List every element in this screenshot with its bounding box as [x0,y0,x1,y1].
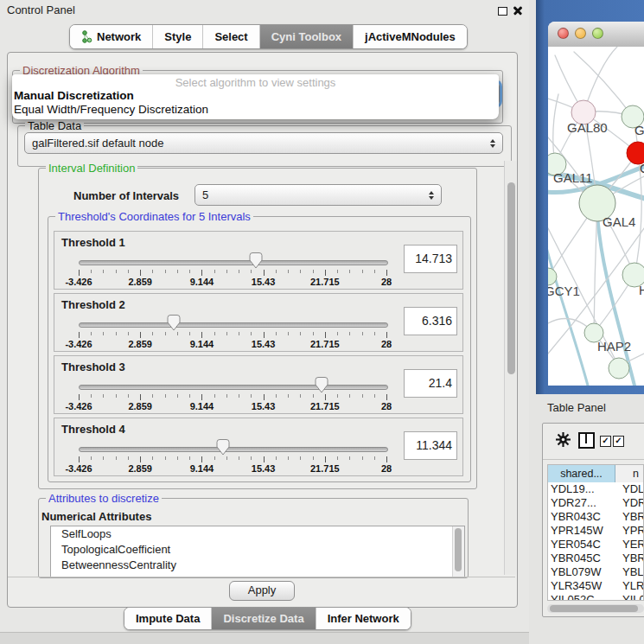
slider-tick-labels: -3.4262.8599.14415.4321.71528 [79,339,386,349]
threshold-panel-1: Threshold 1-3.4262.8599.14415.4321.71528… [54,231,463,290]
cell-name: YBR0 [617,510,643,524]
threshold-panel-2: Threshold 2-3.4262.8599.14415.4321.71528… [54,293,463,352]
column-header-name[interactable]: n [615,465,643,482]
column-header-shared-name[interactable]: shared... [548,465,615,482]
slider-thumb[interactable] [249,252,263,269]
close-traffic-light-icon[interactable] [558,28,569,39]
network-node-8[interactable] [609,358,629,379]
table-horizontal-scrollbar[interactable] [547,604,644,613]
table-row[interactable]: YDR27...YDR2 [548,496,643,510]
threshold-value-field[interactable]: 11.344 [404,431,457,460]
popup-option-manual-discretization[interactable]: Manual Discretization [12,89,499,103]
network-node-label: GAL4 [603,214,635,229]
tab-discretize-data[interactable]: Discretize Data [211,608,315,629]
tab-jactivemnodules[interactable]: jActiveMNodules [353,25,467,48]
apply-button[interactable]: Apply [229,581,295,601]
table-row[interactable]: YBR045CYBR0 [548,552,643,565]
list-item[interactable]: SelfLoops [51,526,464,542]
table-data-combobox[interactable]: galFiltered.sif default node [24,132,503,154]
network-node-label: HAP2 [597,339,631,354]
cell-name: YPR1 [617,524,643,538]
cyni-toolbox-panel: Discretization Algorithm Table Data galF… [7,52,518,608]
checkbox-icon[interactable]: ✓ [600,436,611,447]
panel-scrollbar[interactable] [504,161,516,575]
table-row[interactable]: YDL19...YDL1 [548,482,643,496]
slider-ticks [79,270,386,277]
slider-ticks [79,332,386,339]
number-of-intervals-label: Number of Intervals [73,189,179,202]
threshold-value-field[interactable]: 6.316 [404,307,457,335]
cell-name: YLR3 [617,579,643,593]
cell-shared-name: YDL19... [548,482,617,496]
bottom-tab-bar: Impute DataDiscretize DataInfer Network [124,607,411,630]
popup-hint: Select algorithm to view settings [12,74,499,89]
tab-infer-network[interactable]: Infer Network [316,608,411,629]
threshold-label: Threshold 1 [61,236,125,249]
cell-shared-name: YBL079W [548,565,617,579]
cell-name: YDL1 [617,482,643,496]
network-window-titlebar[interactable] [548,22,644,48]
number-of-intervals-combobox[interactable]: 5 [194,184,442,206]
node-table: shared... n YDL19...YDL1YDR27...YDR2YBR0… [547,464,644,601]
minimize-traffic-light-icon[interactable] [575,28,586,39]
tab-select[interactable]: Select [202,25,258,48]
cell-name: YBR0 [617,552,643,565]
numerical-attributes-label: Numerical Attributes [41,510,151,523]
slider-track[interactable] [79,385,388,390]
gear-icon[interactable] [556,432,571,447]
tab-label: Style [164,30,191,43]
bottom-strip [0,632,536,644]
slider-tick-labels: -3.4262.8599.14415.4321.71528 [79,401,386,411]
network-view-window: GAL80GACGAL11GAL4GCY1HHAP2 [536,0,644,394]
numerical-attributes-list[interactable]: SelfLoopsTopologicalCoefficientBetweenne… [50,526,465,577]
float-window-icon[interactable] [498,7,507,16]
slider-track[interactable] [79,447,388,452]
threshold-value-field[interactable]: 14.713 [404,245,457,273]
close-icon[interactable] [513,5,523,16]
tab-label: Discretize Data [223,612,303,625]
panel-divider [8,577,515,577]
table-row[interactable]: YER054CYER0 [548,538,643,552]
table-panel-title: Table Panel [547,401,606,414]
column-layout-icon[interactable] [578,432,595,449]
table-row[interactable]: YIL052CYIL0 [548,593,643,601]
network-node-label: GCY1 [548,284,580,298]
threshold-list: Threshold 1-3.4262.8599.14415.4321.71528… [54,231,463,480]
slider-thumb[interactable] [167,315,181,331]
cell-name: YER0 [617,538,643,552]
tab-label: Impute Data [136,612,200,625]
list-item[interactable]: BetweennessCentrality [51,558,464,573]
tab-cyni-toolbox[interactable]: Cyni Toolbox [259,25,353,48]
tab-impute-data[interactable]: Impute Data [124,608,211,629]
popup-option-equal-width-frequency[interactable]: Equal Width/Frequency Discretization [12,103,499,117]
table-row[interactable]: YBR043CYBR0 [548,510,643,524]
checkbox-icon[interactable]: ✓ [613,436,624,447]
cell-name: YDR2 [617,496,643,510]
table-row[interactable]: YPR145WYPR1 [548,524,643,538]
right-column: GAL80GACGAL11GAL4GCY1HHAP2 Table Panel ✓… [529,0,644,644]
slider-track[interactable] [79,322,388,328]
combo-stepper-icon [429,191,434,200]
network-node-label: H [639,283,644,297]
slider-thumb[interactable] [315,377,328,393]
network-node-label: GAL80 [567,120,608,135]
network-edge [594,203,597,333]
threshold-panel-3: Threshold 3-3.4262.8599.14415.4321.71528… [54,355,463,414]
cell-shared-name: YPR145W [548,524,617,538]
zoom-traffic-light-icon[interactable] [592,28,603,39]
algorithm-dropdown-popup: Select algorithm to view settings Manual… [12,74,499,119]
slider-thumb[interactable] [216,439,230,456]
list-item[interactable]: TopologicalCoefficient [51,542,464,558]
tab-style[interactable]: Style [152,25,202,48]
network-node-label: C [640,161,644,175]
tab-network[interactable]: Network [70,25,152,48]
list-scrollbar[interactable] [452,526,464,577]
slider-track[interactable] [79,260,388,265]
table-row[interactable]: YBL079WYBL0 [548,565,643,579]
threshold-value-field[interactable]: 21.4 [404,369,457,398]
tab-label: Cyni Toolbox [271,30,341,43]
table-row[interactable]: YLR345WYLR3 [548,579,643,593]
network-node-label: GAL11 [553,170,593,185]
slider-ticks [79,456,386,463]
network-canvas[interactable]: GAL80GACGAL11GAL4GCY1HHAP2 [548,47,644,386]
